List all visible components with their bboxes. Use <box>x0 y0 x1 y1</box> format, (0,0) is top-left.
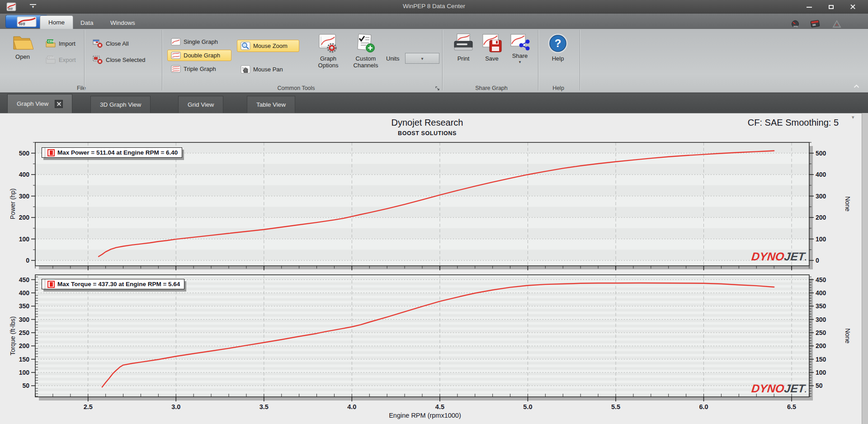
winpep-logo-icon: W8 <box>17 16 37 27</box>
close-selected-button[interactable]: Close Selected <box>89 53 149 66</box>
svg-text:200: 200 <box>816 214 826 221</box>
close-selected-icon <box>92 55 103 64</box>
mouse-zoom-button[interactable]: Mouse Zoom <box>237 40 299 52</box>
save-floppy-icon <box>481 33 502 54</box>
single-graph-icon <box>171 38 181 46</box>
tab-grid-view[interactable]: Grid View <box>178 96 223 113</box>
collapse-ribbon-button[interactable] <box>851 82 862 90</box>
x-axis-label: Engine RPM (rpmx1000) <box>113 412 737 419</box>
gauge-icon[interactable] <box>790 20 800 28</box>
power-series-swatch <box>47 149 55 156</box>
close-tab-icon[interactable] <box>55 100 63 108</box>
svg-text:100: 100 <box>19 369 30 376</box>
warning-icon[interactable] <box>832 20 842 28</box>
power-legend: Max Power = 511.04 at Engine RPM = 6.40 <box>42 147 182 158</box>
graph-options-button[interactable]: GraphOptions <box>312 32 344 82</box>
ribbon-tab-home[interactable]: Home <box>40 15 73 29</box>
help-icon: ? <box>547 33 568 54</box>
svg-text:?: ? <box>555 37 561 49</box>
close-all-icon <box>92 39 103 48</box>
chevron-up-icon <box>854 85 859 88</box>
ribbon-tab-windows[interactable]: Windows <box>102 16 143 29</box>
units-dropdown[interactable]: ▾ <box>405 53 439 64</box>
mouse-pan-button[interactable]: Mouse Pan <box>237 63 299 75</box>
printer-icon <box>453 33 474 54</box>
file-group-label: File <box>27 85 136 92</box>
svg-text:200: 200 <box>19 214 30 221</box>
close-button[interactable] <box>846 3 859 11</box>
svg-text:150: 150 <box>19 356 30 363</box>
separator <box>580 30 580 90</box>
double-graph-button[interactable]: Double Graph <box>167 50 231 61</box>
svg-text:4.5: 4.5 <box>435 403 444 410</box>
svg-text:400: 400 <box>19 289 30 297</box>
power-y-axis-label: Power (hp) <box>9 181 16 226</box>
svg-text:100: 100 <box>816 369 826 376</box>
torque-right-axis-label: None <box>844 318 851 354</box>
double-graph-icon <box>171 52 181 59</box>
svg-text:6.5: 6.5 <box>787 403 796 410</box>
separator <box>538 30 538 90</box>
svg-text:200: 200 <box>19 342 30 349</box>
close-all-button[interactable]: Close All <box>89 37 132 50</box>
import-csv-icon: CSV <box>45 39 56 48</box>
title-bar: W8 ▾ WinPEP 8 Data Center <box>0 0 868 14</box>
single-graph-button[interactable]: Single Graph <box>167 36 231 47</box>
share-button[interactable]: Share ▾ <box>506 32 533 82</box>
svg-text:350: 350 <box>19 302 30 310</box>
window-title: WinPEP 8 Data Center <box>0 3 868 9</box>
svg-text:3.0: 3.0 <box>171 403 180 410</box>
svg-text:300: 300 <box>19 316 30 323</box>
print-button[interactable]: Print <box>448 32 478 82</box>
magnifier-icon <box>241 42 250 50</box>
maximize-button[interactable] <box>824 3 838 11</box>
chevron-down-icon: ▾ <box>519 60 521 64</box>
tab-table-view[interactable]: Table View <box>247 96 295 113</box>
svg-text:300: 300 <box>816 193 826 200</box>
svg-text:CSV: CSV <box>48 40 54 43</box>
separator <box>84 30 85 90</box>
svg-text:200: 200 <box>816 342 826 349</box>
open-folder-icon <box>12 33 33 52</box>
export-button[interactable]: CSV Export <box>42 53 80 66</box>
help-group-label: Help <box>538 85 579 92</box>
svg-text:250: 250 <box>816 329 826 336</box>
torque-y-axis-label: Torque (ft-lbs) <box>9 309 16 363</box>
svg-text:0: 0 <box>816 257 819 264</box>
svg-text:2.5: 2.5 <box>84 403 93 410</box>
svg-text:3.5: 3.5 <box>259 403 269 410</box>
tab-graph-view[interactable]: Graph View <box>7 94 72 113</box>
ribbon-tab-data[interactable]: Data <box>72 16 102 29</box>
separator <box>442 30 443 90</box>
help-button[interactable]: ? Help <box>544 32 571 82</box>
svg-text:300: 300 <box>19 193 30 200</box>
svg-text:5.0: 5.0 <box>523 403 532 410</box>
custom-channels-button[interactable]: CustomChannels <box>348 32 383 82</box>
dialog-launcher-icon[interactable] <box>435 85 441 91</box>
tab-3d-graph-view[interactable]: 3D Graph View <box>90 96 151 113</box>
max-torque-label: Max Torque = 437.30 at Engine RPM = 5.64 <box>57 281 180 287</box>
open-button[interactable]: Open <box>6 32 39 82</box>
share-icon <box>509 33 530 51</box>
save-button[interactable]: Save <box>478 32 505 82</box>
svg-text:4.0: 4.0 <box>347 403 356 410</box>
torque-series-swatch <box>47 281 55 288</box>
svg-text:100: 100 <box>816 236 826 243</box>
triple-graph-button[interactable]: Triple Graph <box>167 63 231 75</box>
svg-text:6.0: 6.0 <box>699 403 708 410</box>
graph-options-icon <box>318 33 339 54</box>
minimize-button[interactable] <box>802 3 816 11</box>
triple-graph-icon <box>171 65 181 73</box>
svg-text:100: 100 <box>19 236 30 243</box>
svg-text:500: 500 <box>816 150 826 157</box>
svg-text:400: 400 <box>19 171 30 178</box>
dyno-device-icon[interactable] <box>810 20 820 28</box>
import-button[interactable]: CSV Import <box>42 37 79 50</box>
svg-text:400: 400 <box>816 171 826 178</box>
svg-text:250: 250 <box>19 329 30 336</box>
export-csv-icon: CSV <box>45 55 56 64</box>
svg-text:450: 450 <box>19 276 30 283</box>
svg-text:50: 50 <box>22 382 29 389</box>
max-power-label: Max Power = 511.04 at Engine RPM = 6.40 <box>57 149 178 156</box>
charts-canvas: 0010010020020030030040040050050050501001… <box>0 113 868 424</box>
